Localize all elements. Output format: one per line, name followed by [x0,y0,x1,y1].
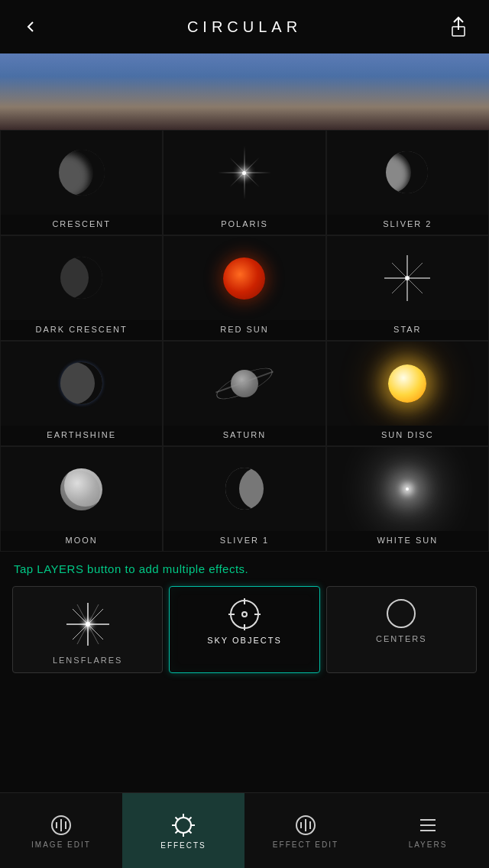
svg-point-13 [231,601,258,628]
centers-label: CENTERS [376,634,427,643]
red-sun-preview [164,236,325,320]
svg-point-19 [387,600,415,627]
effects-grid: CRESCENT POLARIS SLIVER 2 DARK CRESCENT [0,130,489,552]
sliver1-icon [214,458,275,520]
nav-image-edit-label: IMAGE EDIT [31,840,91,849]
earthshine-preview [1,342,162,426]
lensflares-label: LENSFLARES [53,656,123,665]
effects-icon [170,812,196,838]
svg-point-5 [405,276,410,280]
moon-label: MOON [66,531,98,551]
category-row: LENSFLARES SKY OBJECTS CENTERS [0,586,489,673]
lensflares-icon [61,598,115,651]
grid-item-sun-disc[interactable]: SUN DISC [326,341,489,446]
grid-item-star[interactable]: STAR [326,235,489,341]
centers-icon [385,598,417,630]
red-sun-label: RED SUN [220,320,269,340]
earthshine-label: EARTHSHINE [47,426,116,445]
nav-effect-edit[interactable]: EFFECT EDIT [244,793,367,868]
white-sun-icon [377,458,438,520]
tip-text: Tap LAYERS button to add multiple effect… [0,552,489,586]
nav-layers-label: LAYERS [409,840,448,849]
header: CIRCULAR [0,0,489,53]
saturn-icon [210,357,279,410]
moon-preview [1,447,162,531]
nav-effects[interactable]: EFFECTS [122,793,244,868]
nav-effects-label: EFFECTS [160,841,206,850]
saturn-preview [164,342,325,426]
red-sun-icon [214,248,275,309]
bottom-nav: IMAGE EDIT EFFECTS [0,792,489,868]
star-preview [327,236,488,320]
crescent-icon [51,142,112,203]
grid-item-saturn[interactable]: SATURN [163,341,325,446]
moon-icon [51,458,112,520]
grid-item-dark-crescent[interactable]: DARK CRESCENT [0,235,163,341]
svg-point-14 [242,612,247,617]
grid-item-moon[interactable]: MOON [0,446,163,552]
effect-edit-icon [293,813,318,837]
polaris-icon [214,142,275,203]
crescent-preview [1,131,162,215]
sliver1-label: SLIVER 1 [220,531,269,551]
white-sun-label: WHITE SUN [377,531,438,551]
nav-layers[interactable]: LAYERS [367,793,489,868]
grid-item-sliver1[interactable]: SLIVER 1 [163,446,325,552]
dark-crescent-preview [1,236,162,320]
nav-effect-edit-label: EFFECT EDIT [273,840,338,849]
nav-image-edit[interactable]: IMAGE EDIT [0,793,122,868]
dark-crescent-label: DARK CRESCENT [36,320,128,340]
layers-icon [416,813,440,837]
dark-crescent-icon [51,248,112,309]
sliver2-icon [377,142,438,203]
category-lensflares[interactable]: LENSFLARES [12,586,163,673]
image-edit-icon [49,813,73,837]
share-button[interactable] [443,10,474,44]
grid-item-polaris[interactable]: POLARIS [163,130,325,235]
sliver1-preview [164,447,325,531]
sky-objects-label: SKY OBJECTS [207,636,282,645]
polaris-label: POLARIS [221,215,268,235]
star-icon [377,248,438,309]
sliver2-preview [327,131,488,215]
app-title: CIRCULAR [187,18,302,36]
grid-item-earthshine[interactable]: EARTHSHINE [0,341,163,446]
saturn-label: SATURN [223,426,266,445]
sky-objects-icon [228,598,261,631]
category-sky-objects[interactable]: SKY OBJECTS [169,586,319,673]
white-sun-preview [327,447,488,531]
preview-image [0,53,489,130]
crescent-label: CRESCENT [52,215,111,235]
polaris-preview [164,131,325,215]
earthshine-icon [51,353,112,414]
category-centers[interactable]: CENTERS [326,586,477,673]
grid-item-red-sun[interactable]: RED SUN [163,235,325,341]
grid-item-sliver2[interactable]: SLIVER 2 [326,130,489,235]
sliver2-label: SLIVER 2 [383,215,432,235]
sun-disc-preview [327,342,488,426]
grid-item-crescent[interactable]: CRESCENT [0,130,163,235]
sun-disc-label: SUN DISC [381,426,434,445]
star-label: STAR [393,320,422,340]
back-button[interactable] [15,11,46,42]
grid-item-white-sun[interactable]: WHITE SUN [326,446,489,552]
sun-disc-icon [377,353,438,414]
